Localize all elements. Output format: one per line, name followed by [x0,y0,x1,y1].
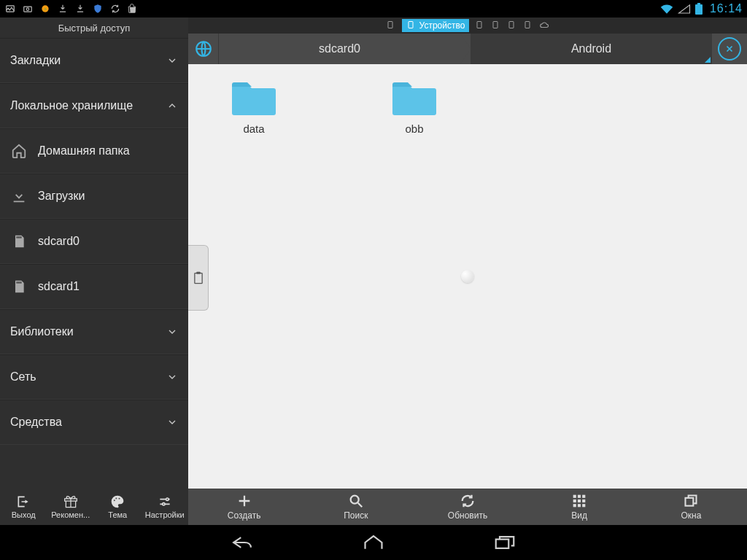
search-button[interactable]: Поиск [300,489,411,525]
device-icon[interactable] [491,20,501,31]
theme-button[interactable]: Тема [94,489,142,525]
breadcrumb-root[interactable] [188,34,219,64]
svg-point-7 [114,499,115,501]
recent-apps-button[interactable] [490,532,519,553]
sidebar-section-local-storage[interactable]: Локальное хранилище [0,83,188,128]
chevron-up-icon [166,100,178,112]
svg-rect-29 [578,504,581,507]
chevron-down-icon [166,371,178,383]
svg-rect-28 [573,504,576,507]
svg-rect-24 [582,495,585,498]
svg-rect-17 [525,22,530,28]
windows-button[interactable]: Окна [635,489,747,525]
close-tab-button[interactable] [718,37,741,61]
svg-rect-5 [695,4,703,15]
folder-item-obb[interactable]: obb [378,79,451,135]
sidebar: Быстрый доступ Закладки Локальное хранил… [0,18,188,525]
sidebar-section-tools[interactable]: Средства [0,400,188,445]
exit-icon [16,494,31,509]
svg-rect-6 [697,3,700,4]
sidebar-item-label: Домашняя папка [38,144,130,158]
sidebar-section-network[interactable]: Сеть [0,354,188,400]
clipboard-drawer-handle[interactable] [188,245,209,311]
sidebar-item-home[interactable]: Домашняя папка [0,128,188,174]
svg-rect-16 [509,22,514,28]
svg-rect-20 [196,272,200,274]
svg-rect-27 [582,499,585,502]
sidebar-item-downloads[interactable]: Загрузки [0,174,188,219]
status-notification-icons: a [4,3,139,15]
svg-rect-23 [578,495,581,498]
breadcrumb-bar: sdcard0 Android [188,34,747,64]
home-icon [10,142,28,160]
status-system-icons: 16:14 [660,2,743,15]
sidebar-section-bookmarks[interactable]: Закладки [0,38,188,83]
svg-rect-22 [573,495,576,498]
sidebar-section-libraries[interactable]: Библиотеки [0,309,188,354]
section-label: Сеть [10,370,36,384]
refresh-button[interactable]: Обновить [411,489,523,525]
device-icon[interactable] [386,20,396,31]
sidebar-item-label: sdcard0 [38,235,80,248]
settings-button[interactable]: Настройки [142,489,189,525]
section-label: Локальное хранилище [10,99,133,112]
device-icon[interactable] [475,20,485,31]
windows-icon [684,493,698,509]
svg-rect-1 [24,7,32,12]
home-button[interactable] [359,532,388,553]
sidebar-item-label: sdcard1 [38,280,80,293]
svg-rect-26 [578,499,581,502]
decorative-orb [461,270,474,283]
section-label: Закладки [10,54,61,67]
app-icon: a [39,3,51,15]
svg-rect-32 [496,540,509,548]
recommend-button[interactable]: Рекомен... [47,489,95,525]
svg-rect-31 [686,498,694,506]
device-icon [406,20,417,31]
folder-label: data [243,122,264,135]
camera-icon [22,3,34,15]
clock: 16:14 [710,2,743,15]
sliders-icon [158,494,172,509]
shield-icon [92,3,104,15]
svg-point-21 [350,496,358,504]
cloud-icon[interactable] [539,20,549,31]
tab-bar: Устройство [188,18,747,34]
chevron-down-icon [166,326,178,338]
gift-icon [63,494,78,509]
tab-device[interactable]: Устройство [402,19,470,32]
breadcrumb-segment-current[interactable]: Android [471,34,712,64]
file-grid-area: data obb [188,64,747,489]
breadcrumb-segment[interactable]: sdcard0 [219,34,460,64]
bag-icon [127,3,139,15]
svg-rect-19 [194,273,201,284]
grid-icon [572,493,587,509]
svg-point-10 [166,498,168,500]
view-button[interactable]: Вид [524,489,635,525]
chevron-down-icon [166,416,178,428]
sd-card-icon [10,233,28,250]
svg-rect-14 [477,22,481,28]
sidebar-bottom-bar: Выход Рекомен... Тема Настройки [0,489,188,525]
search-icon [348,493,364,509]
sidebar-item-sdcard0[interactable]: sdcard0 [0,219,188,264]
svg-rect-13 [409,22,413,28]
sidebar-item-sdcard1[interactable]: sdcard1 [0,264,188,309]
section-label: Библиотеки [10,325,74,338]
section-label: Средства [10,416,62,429]
exit-button[interactable]: Выход [0,489,47,525]
device-icon[interactable] [523,20,533,31]
sidebar-item-label: Загрузки [38,190,85,203]
plus-icon [236,493,252,509]
folder-item-data[interactable]: data [217,79,290,135]
svg-point-11 [162,503,164,505]
create-button[interactable]: Создать [188,489,300,525]
svg-point-2 [26,8,29,10]
folder-icon [231,79,277,117]
chevron-down-icon [166,55,178,66]
download-icon [74,3,86,15]
refresh-icon [460,493,476,509]
device-icon[interactable] [507,20,517,31]
sidebar-title: Быстрый доступ [0,18,188,38]
back-button[interactable] [228,532,257,553]
